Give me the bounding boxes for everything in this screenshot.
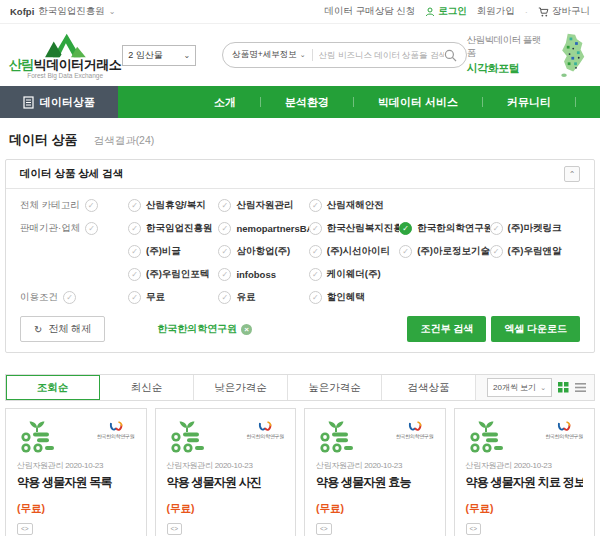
seller-checkbox[interactable]: (주)우림앤알 [490, 240, 580, 263]
signup-link[interactable]: 회원가입 [477, 5, 515, 18]
search-bar: 상품명+세부정보 ⌄ [222, 42, 467, 68]
clear-all-label: 전체 해제 [48, 322, 91, 336]
checkbox-icon[interactable] [63, 291, 76, 304]
seller-checkbox[interactable]: (주)아로정보기술 [399, 240, 489, 263]
seller-checkbox[interactable]: (주)시선아이티 [309, 240, 399, 263]
checkbox-icon [128, 268, 141, 281]
consult-link[interactable]: 데이터 구매상담 신청 [325, 5, 416, 18]
nav-item-bigdata-service[interactable]: 빅데이터 서비스 [354, 95, 482, 110]
seller-checkbox[interactable]: 한국산림복지진흥원 [309, 217, 399, 240]
cart-link[interactable]: 장바구니 [538, 5, 590, 18]
seller-checkbox[interactable]: infoboss [218, 263, 308, 286]
separator-dot: · [525, 6, 528, 17]
product-category: 산림자원관리 [17, 461, 63, 470]
product-date: 2020-10-23 [364, 461, 402, 470]
nav-items: 소개 분석환경 빅데이터 서비스 커뮤니티 [190, 86, 576, 118]
checkbox-icon[interactable] [85, 222, 98, 235]
detail-search-header: 데이터 상품 상세 검색 ⌃ [6, 160, 594, 189]
product-card[interactable]: 한국한의학연구원 산림자원관리 2020-10-23 약용 생물자원 치료 정보… [454, 408, 596, 536]
site-logo[interactable]: 산림빅데이터거래소 Forest Big Data Exchange [8, 32, 122, 79]
kiom-logo: 한국한의학연구원 [97, 421, 135, 439]
utility-links: 데이터 구매상담 신청 로그인 회원가입 · 장바구니 [325, 5, 590, 18]
seller-row-label: 판매기관·업체 [20, 217, 128, 240]
main-nav: 데이터상품 소개 분석환경 빅데이터 서비스 커뮤니티 [0, 86, 600, 118]
kofpi-name: 한국임업진흥원 [38, 5, 105, 18]
category-checkbox[interactable]: 산림휴양/복지 [128, 194, 218, 217]
category-label: 산림자원관리 [236, 199, 293, 212]
seller-checkbox[interactable]: 케이웨더(주) [309, 263, 399, 286]
detail-search-body: 전체 카테고리 산림휴양/복지 산림자원관리 산림재해안전 판매기관·업체 한국… [6, 189, 594, 352]
result-count: 검색결과(24) [94, 134, 155, 148]
seller-checkbox[interactable]: (주)우림인포텍 [128, 263, 218, 286]
kiom-logo: 한국한의학연구원 [396, 421, 434, 439]
condition-checkbox[interactable]: 할인혜택 [309, 286, 399, 309]
seller-checkbox[interactable]: nemopartnersBA [218, 217, 308, 240]
clear-all-button[interactable]: ↻ 전체 해제 [20, 316, 105, 342]
checkbox-icon [128, 222, 141, 235]
sort-tab-newest[interactable]: 최신순 [100, 375, 194, 400]
seller-label: 삼아항업(주) [236, 245, 290, 258]
seller-label: 한국한의학연구원 [417, 222, 489, 235]
sort-tab-views[interactable]: 조회순 [6, 375, 100, 400]
person-icon [425, 7, 435, 17]
list-view-icon[interactable] [575, 382, 586, 393]
kofpi-brand-link[interactable]: Kofpi 한국임업진흥원 ⌄ [10, 5, 115, 18]
search-scope-select[interactable]: 상품명+세부정보 ⌄ [232, 49, 312, 61]
condition-row-label: 이용조건 [20, 286, 128, 309]
seller-label: (주)마켓링크 [508, 222, 562, 235]
nav-item-analysis[interactable]: 분석환경 [261, 95, 353, 110]
login-label: 로그인 [438, 5, 467, 18]
nav-data-product-label: 데이터상품 [40, 95, 95, 110]
checkbox-icon [399, 245, 412, 258]
excel-download-button[interactable]: 엑셀 다운로드 [491, 316, 580, 342]
condition-checkbox[interactable]: 유료 [218, 286, 308, 309]
seller-filter-row: 판매기관·업체 한국임업진흥원 nemopartnersBA 한국산림복지진흥원… [6, 217, 594, 286]
search-input[interactable] [319, 50, 444, 60]
seller-checkbox-checked[interactable]: 한국한의학연구원 [399, 217, 489, 240]
per-page-select[interactable]: 20개씩 보기 ⌄ [487, 378, 552, 397]
category-checkbox[interactable]: 산림재해안전 [309, 194, 399, 217]
sort-tab-searched[interactable]: 검색상품 [382, 375, 476, 400]
seller-label: 케이웨더(주) [327, 268, 381, 281]
condition-checkbox[interactable]: 무료 [128, 286, 218, 309]
utility-bar: Kofpi 한국임업진흥원 ⌄ 데이터 구매상담 신청 로그인 회원가입 · 장… [0, 0, 600, 24]
grid-view-icon[interactable] [558, 382, 569, 393]
medicinal-plant-icon [17, 419, 57, 453]
visualization-portal-link[interactable]: 산림빅데이터 플랫폼 시각화포털 [467, 34, 547, 76]
category-select[interactable]: 2 임산물 ⌄ [122, 45, 196, 66]
seller-label: 한국산림복지진흥원 [327, 222, 399, 235]
kiom-logo-text: 한국한의학연구원 [97, 433, 135, 439]
product-card[interactable]: 한국한의학연구원 산림자원관리 2020-10-23 약용 생물자원 효능 (무… [304, 408, 446, 536]
login-link[interactable]: 로그인 [425, 5, 467, 18]
category-select-value: 2 임산물 [128, 49, 163, 62]
checkbox-icon [218, 245, 231, 258]
nav-data-product[interactable]: 데이터상품 [0, 86, 118, 118]
data-format-icon: <> [17, 523, 33, 535]
conditional-search-button[interactable]: 조건부 검색 [407, 316, 486, 342]
checkbox-icon[interactable] [85, 199, 98, 212]
medicinal-plant-icon [167, 419, 207, 453]
portal-line2: 시각화포털 [467, 61, 547, 76]
filter-collapse-button[interactable]: ⌃ [564, 166, 580, 182]
signup-label: 회원가입 [477, 5, 515, 18]
seller-checkbox[interactable]: (주)마켓링크 [490, 217, 580, 240]
medicinal-plant-icon [316, 419, 356, 453]
seller-checkbox[interactable]: 삼아항업(주) [218, 240, 308, 263]
sort-tab-price-high[interactable]: 높은가격순 [288, 375, 382, 400]
product-card[interactable]: 한국한의학연구원 산림자원관리 2020-10-23 약용 생물자원 사진 (무… [155, 408, 297, 536]
condition-label: 무료 [146, 291, 165, 304]
search-icon[interactable] [444, 49, 457, 62]
checkbox-icon [309, 245, 322, 258]
product-card[interactable]: 한국한의학연구원 산림자원관리 2020-10-23 약용 생물자원 목록 (무… [5, 408, 147, 536]
nav-item-community[interactable]: 커뮤니티 [483, 95, 575, 110]
seller-checkbox[interactable]: (주)비글 [128, 240, 218, 263]
remove-tag-icon[interactable]: × [241, 324, 252, 335]
nav-item-intro[interactable]: 소개 [190, 95, 260, 110]
sort-controls: 20개씩 보기 ⌄ [476, 375, 594, 400]
category-checkbox[interactable]: 산림자원관리 [218, 194, 308, 217]
sort-tab-price-low[interactable]: 낮은가격순 [194, 375, 288, 400]
category-row-label-text: 전체 카테고리 [20, 199, 80, 212]
kiom-logo: 한국한의학연구원 [545, 421, 583, 439]
checkbox-icon [218, 199, 231, 212]
seller-checkbox[interactable]: 한국임업진흥원 [128, 217, 218, 240]
